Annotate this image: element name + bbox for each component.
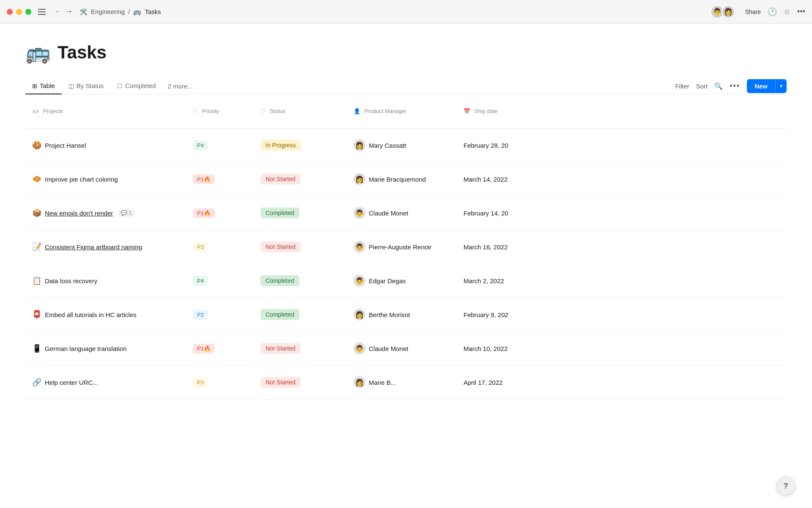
- tab-table[interactable]: ⊞ Table: [25, 78, 62, 94]
- table-row[interactable]: 📝 Consistent Figma artboard namingP3Not …: [25, 230, 787, 264]
- share-button[interactable]: Share: [745, 8, 761, 15]
- status-badge[interactable]: Completed: [261, 207, 299, 218]
- project-name[interactable]: Embed all tutorials in HC articles: [45, 311, 137, 318]
- pm-avatar: 👩: [354, 139, 365, 151]
- new-button-dropdown[interactable]: ▾: [775, 79, 787, 93]
- status-cell-5: Completed: [254, 298, 347, 331]
- project-emoji: 🔗: [32, 378, 41, 387]
- priority-badge[interactable]: P3: [193, 378, 208, 387]
- project-name[interactable]: Data loss recovery: [45, 277, 97, 284]
- ship-date: March 14, 2022: [464, 176, 508, 183]
- ship-date-cell-6: March 10, 2022: [457, 331, 787, 365]
- more-options-icon[interactable]: •••: [797, 7, 805, 16]
- ship-date: March 10, 2022: [464, 345, 508, 352]
- page-emoji: 🚌: [133, 8, 141, 16]
- status-badge[interactable]: Not Started: [261, 343, 301, 354]
- pm-avatar: 👨: [354, 241, 365, 253]
- col-status-label: Status: [270, 108, 285, 114]
- priority-badge[interactable]: P1🔥: [193, 344, 215, 353]
- history-icon[interactable]: 🕐: [768, 7, 777, 17]
- project-emoji: 📦: [32, 208, 41, 218]
- project-emoji: 📱: [32, 344, 41, 353]
- table-row[interactable]: 🍪 Project HanselP4In Progress 👩 Mary Cas…: [25, 128, 787, 162]
- project-name[interactable]: Improve pie chart coloring: [45, 176, 118, 183]
- tab-completed[interactable]: ☐ Completed: [110, 78, 163, 94]
- project-emoji: 🍪: [32, 141, 41, 150]
- ship-date: April 17, 2022: [464, 379, 503, 386]
- forward-arrow[interactable]: →: [65, 7, 73, 16]
- back-arrow[interactable]: ←: [54, 7, 62, 16]
- project-emoji: 📝: [32, 242, 41, 251]
- pm-name: Berthe Morisot: [369, 311, 410, 318]
- priority-badge[interactable]: P1🔥: [193, 174, 215, 184]
- minimize-button[interactable]: [16, 9, 22, 15]
- priority-badge[interactable]: P4: [193, 141, 208, 150]
- project-name[interactable]: Consistent Figma artboard naming: [45, 243, 142, 251]
- project-cell-0: 🍪 Project Hansel: [25, 128, 186, 162]
- page-title-emoji: 🚌: [25, 41, 51, 64]
- status-badge[interactable]: Completed: [261, 275, 299, 286]
- pm-name: Marie Bracquemond: [369, 176, 426, 183]
- ship-col-icon: 📅: [464, 108, 470, 114]
- priority-badge[interactable]: P1🔥: [193, 208, 215, 218]
- priority-cell-6: P1🔥: [186, 331, 254, 365]
- project-name[interactable]: New emojis don't render: [45, 210, 113, 217]
- tab-by-status[interactable]: ◫ By Status: [62, 78, 110, 94]
- table-row[interactable]: 🔗 Help center URC...P3Not Started 👩 Mari…: [25, 365, 787, 399]
- completed-tab-icon: ☐: [117, 83, 123, 89]
- status-badge[interactable]: Not Started: [261, 377, 301, 388]
- ship-date: March 2, 2022: [464, 277, 504, 284]
- help-button[interactable]: ?: [776, 477, 795, 495]
- tasks-table: 𝐴𝐴 Projects ♡ Priority ♡ Status 👤 Produc…: [25, 94, 787, 400]
- pm-avatar: 👨: [354, 342, 365, 354]
- priority-badge[interactable]: P3: [193, 242, 208, 252]
- table-row[interactable]: 📦 New emojis don't render💬 1P1🔥Completed…: [25, 196, 787, 230]
- page-breadcrumb-name[interactable]: Tasks: [145, 8, 161, 15]
- status-cell-2: Completed: [254, 196, 347, 230]
- workspace-name[interactable]: Engineering: [91, 8, 125, 15]
- priority-col-icon: ♡: [193, 108, 198, 114]
- table-row[interactable]: 📱 German language translationP1🔥Not Star…: [25, 331, 787, 365]
- menu-icon[interactable]: [38, 8, 46, 16]
- project-cell-5: 📮 Embed all tutorials in HC articles: [25, 298, 186, 331]
- status-badge[interactable]: In Progress: [261, 140, 301, 151]
- page-title-row: 🚌 Tasks: [25, 41, 787, 64]
- col-header-status: ♡ Status: [254, 94, 347, 128]
- user-avatars[interactable]: 👨 👩: [710, 5, 735, 19]
- col-projects-label: Projects: [43, 108, 63, 114]
- filter-button[interactable]: Filter: [675, 83, 689, 90]
- status-cell-7: Not Started: [254, 365, 347, 399]
- more-tabs-button[interactable]: 2 more...: [163, 78, 198, 94]
- close-button[interactable]: [7, 9, 13, 15]
- priority-cell-4: P4: [186, 264, 254, 298]
- table-more-options[interactable]: •••: [730, 82, 740, 91]
- project-cell-2: 📦 New emojis don't render💬 1: [25, 196, 186, 230]
- project-name[interactable]: Project Hansel: [45, 142, 86, 149]
- status-badge[interactable]: Completed: [261, 309, 299, 320]
- ship-date-cell-2: February 14, 20: [457, 196, 787, 230]
- project-name[interactable]: Help center URC...: [45, 379, 98, 386]
- status-badge[interactable]: Not Started: [261, 174, 301, 185]
- star-icon[interactable]: ☆: [784, 7, 790, 17]
- priority-badge[interactable]: P2: [193, 310, 208, 320]
- table-row[interactable]: 📮 Embed all tutorials in HC articlesP2Co…: [25, 298, 787, 331]
- page-title: Tasks: [58, 42, 107, 63]
- tabs-bar: ⊞ Table ◫ By Status ☐ Completed 2 more..…: [25, 78, 787, 94]
- search-icon[interactable]: 🔍: [714, 82, 723, 90]
- priority-cell-5: P2: [186, 298, 254, 331]
- priority-badge[interactable]: P4: [193, 276, 208, 286]
- table-row[interactable]: 📋 Data loss recoveryP4Completed 👨 Edgar …: [25, 264, 787, 298]
- priority-cell-1: P1🔥: [186, 162, 254, 196]
- project-name[interactable]: German language translation: [45, 345, 126, 352]
- new-button[interactable]: New: [747, 79, 775, 93]
- status-cell-3: Not Started: [254, 230, 347, 264]
- sort-button[interactable]: Sort: [696, 83, 708, 90]
- maximize-button[interactable]: [25, 9, 31, 15]
- project-emoji: 🧇: [32, 174, 41, 184]
- table-row[interactable]: 🧇 Improve pie chart coloringP1🔥Not Start…: [25, 162, 787, 196]
- status-badge[interactable]: Not Started: [261, 241, 301, 252]
- pm-cell-6: 👨 Claude Monet: [347, 331, 457, 365]
- priority-cell-3: P3: [186, 230, 254, 264]
- by-status-tab-icon: ◫: [69, 83, 74, 89]
- breadcrumb-separator: /: [128, 8, 130, 15]
